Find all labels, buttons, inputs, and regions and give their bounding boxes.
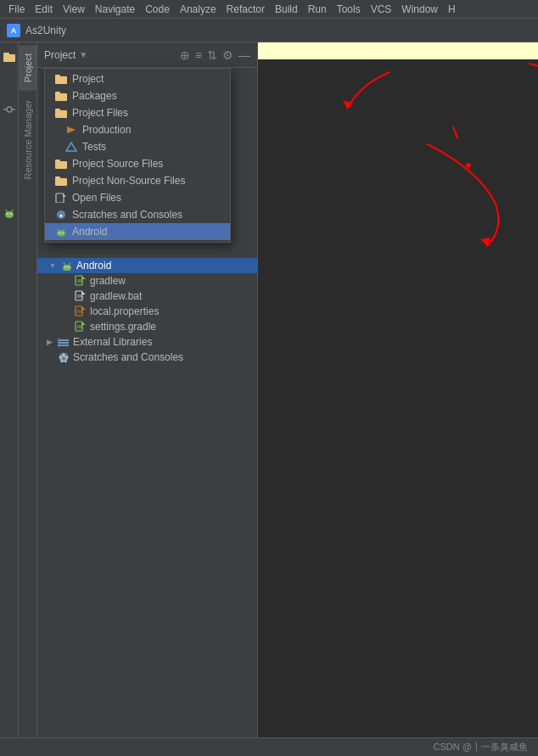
menu-edit[interactable]: Edit — [30, 0, 58, 19]
menu-vcs[interactable]: VCS — [366, 0, 397, 19]
dropdown-item-tests[interactable]: Tests — [45, 138, 230, 155]
tree-item-gradlew-bat[interactable]: gradlew.bat — [37, 288, 257, 304]
production-icon — [65, 124, 77, 136]
arrow-android: ▼ — [48, 260, 58, 271]
panel-icon-minimize[interactable]: — — [238, 48, 250, 62]
menu-file[interactable]: File — [3, 0, 30, 19]
menu-build[interactable]: Build — [270, 0, 303, 19]
tree-item-android[interactable]: ▼ Android — [37, 258, 257, 273]
tree-label-local-props: local.properties — [90, 305, 254, 317]
android-icon-dropdown — [55, 226, 67, 238]
resource-manager-vertical-tab[interactable]: Resource Manager — [20, 93, 36, 187]
dropdown-label-scratches: Scratches and Consoles — [72, 209, 182, 221]
svg-rect-15 — [55, 110, 67, 118]
android-tree-icon — [61, 260, 73, 272]
folder-icon-packages — [55, 90, 67, 102]
dropdown-item-production[interactable]: Production — [45, 121, 230, 138]
gradlew-bat-icon — [75, 290, 87, 302]
tree-item-gradlew[interactable]: gradlew — [37, 273, 257, 288]
titlebar: A As2Unity — [0, 19, 538, 42]
svg-line-32 — [64, 229, 64, 231]
arrow-ext-libs: ▶ — [44, 337, 54, 347]
svg-rect-1 — [3, 53, 9, 56]
status-bar: CSDN @丨一条臭咸鱼 — [0, 737, 538, 756]
panel-header: Project ▼ ⊕ ≡ ⇅ ⚙ — — [37, 42, 257, 68]
settings-gradle-icon — [75, 321, 87, 333]
dropdown-item-project-files[interactable]: Project Files — [45, 104, 230, 121]
dropdown-item-open-files[interactable]: Open Files — [45, 189, 230, 206]
svg-marker-40 — [81, 276, 86, 279]
panel-icon-list[interactable]: ≡ — [195, 48, 202, 62]
dropdown-item-project[interactable]: Project — [45, 70, 230, 87]
svg-rect-51 — [76, 322, 82, 331]
scratch-tree-icon — [58, 351, 70, 363]
tree-item-external-libs[interactable]: ▶ External Libraries — [37, 334, 257, 350]
menu-code[interactable]: Code — [140, 0, 175, 19]
dropdown-item-packages[interactable]: Packages — [45, 87, 230, 104]
svg-marker-24 — [63, 193, 66, 197]
svg-marker-61 — [343, 100, 353, 109]
folder-icon — [55, 73, 67, 85]
menu-tools[interactable]: Tools — [332, 0, 366, 19]
file-icon-open — [55, 192, 67, 204]
svg-rect-57 — [59, 344, 69, 346]
svg-rect-13 — [55, 93, 67, 101]
arrow-gradlew-bat — [61, 291, 71, 301]
svg-point-30 — [62, 232, 63, 233]
dropdown-label-open-files: Open Files — [72, 192, 121, 204]
dropdown-label-source-files: Project Source Files — [72, 158, 163, 170]
dropdown-item-scratches[interactable]: ✦ Scratches and Consoles — [45, 206, 230, 223]
panel-icon-sort[interactable]: ⇅ — [207, 48, 217, 62]
left-icon-folder[interactable] — [2, 49, 17, 64]
left-icon-commit[interactable] — [2, 102, 17, 117]
dropdown-label-production: Production — [82, 124, 131, 136]
svg-text:✦: ✦ — [59, 213, 64, 219]
menu-window[interactable]: Window — [396, 0, 443, 19]
local-props-icon — [75, 305, 87, 317]
menu-analyze[interactable]: Analyze — [175, 0, 221, 19]
svg-rect-28 — [58, 232, 64, 236]
dropdown-label-project-files: Project Files — [72, 107, 128, 119]
panel-icon-sync[interactable]: ⊕ — [180, 48, 190, 62]
svg-rect-6 — [6, 213, 13, 217]
svg-rect-23 — [56, 193, 64, 203]
external-libs-icon — [58, 336, 70, 348]
svg-line-38 — [70, 263, 71, 265]
svg-rect-43 — [76, 291, 82, 300]
left-icon-android[interactable] — [2, 205, 17, 221]
tree-item-scratches[interactable]: Scratches and Consoles — [37, 350, 257, 365]
svg-point-2 — [7, 107, 12, 112]
dropdown-item-source-files[interactable]: Project Source Files — [45, 155, 230, 172]
dropdown-item-non-source[interactable]: Project Non-Source Files — [45, 172, 230, 189]
app-icon: A — [7, 24, 20, 37]
status-text: CSDN @丨一条臭咸鱼 — [434, 741, 528, 753]
tree-view: ▼ Android — [37, 255, 257, 756]
menu-refactor[interactable]: Refactor — [221, 0, 270, 19]
dropdown-label-non-source: Project Non-Source Files — [72, 175, 185, 187]
dropdown-label-android: Android — [72, 226, 107, 238]
svg-point-35 — [64, 266, 66, 268]
tree-item-local-props[interactable]: local.properties — [37, 304, 257, 319]
main-layout: Project Resource Manager Project ▼ ⊕ ≡ ⇅… — [0, 42, 538, 756]
folder-icon-source — [55, 158, 67, 170]
svg-rect-55 — [59, 339, 69, 341]
svg-rect-16 — [55, 109, 60, 111]
panel-icon-settings[interactable]: ⚙ — [222, 48, 233, 62]
svg-line-9 — [6, 210, 8, 212]
dropdown-menu: Project Packages Project Files — [44, 68, 231, 243]
svg-rect-11 — [55, 76, 67, 84]
menu-help[interactable]: H — [443, 0, 461, 19]
gradlew-icon — [75, 275, 87, 287]
menu-run[interactable]: Run — [303, 0, 332, 19]
svg-rect-20 — [55, 160, 60, 162]
svg-rect-22 — [55, 176, 60, 179]
project-vertical-tab[interactable]: Project — [20, 46, 36, 90]
tree-label-android: Android — [76, 260, 254, 272]
menu-view[interactable]: View — [58, 0, 90, 19]
dropdown-label-project: Project — [72, 73, 104, 85]
tree-item-settings-gradle[interactable]: settings.gradle — [37, 319, 257, 334]
menu-navigate[interactable]: Navigate — [90, 0, 140, 19]
dropdown-item-android[interactable]: Android — [45, 223, 230, 240]
panel-arrow[interactable]: ▼ — [79, 50, 87, 59]
tree-label-gradlew-bat: gradlew.bat — [90, 290, 254, 302]
